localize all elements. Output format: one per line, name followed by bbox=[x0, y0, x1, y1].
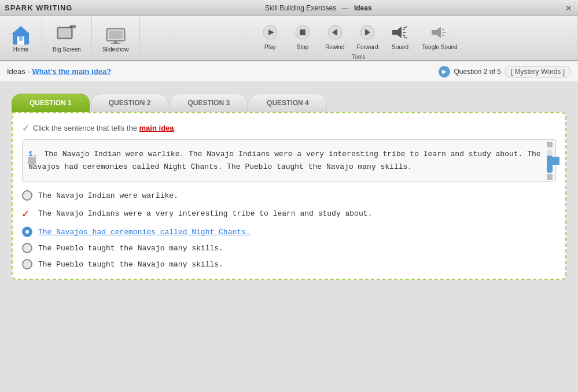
answer-check-2: ✓ bbox=[22, 206, 32, 221]
big-screen-button[interactable]: Big Screen bbox=[47, 22, 87, 55]
section-name: Ideas bbox=[354, 4, 372, 12]
svg-marker-1 bbox=[12, 26, 30, 34]
answer-text-2: The Navajo Indians were a very interesti… bbox=[38, 209, 372, 218]
left-resize-handle[interactable] bbox=[28, 157, 36, 165]
forward-icon bbox=[357, 22, 378, 43]
exercise-name: Skill Building Exercises bbox=[265, 4, 336, 12]
rewind-button[interactable]: Rewind bbox=[319, 20, 351, 53]
sound-button[interactable]: Sound bbox=[384, 20, 417, 53]
sound-icon bbox=[390, 22, 411, 43]
toolbar: Home Big Screen bbox=[0, 16, 578, 61]
svg-marker-31 bbox=[436, 27, 441, 38]
tools-label: Tools bbox=[352, 54, 365, 62]
scroll-up-arrow[interactable] bbox=[547, 142, 553, 147]
answer-option-3[interactable]: The Navajos had ceremonies called Night … bbox=[22, 227, 556, 237]
answer-radio-1[interactable] bbox=[22, 190, 32, 201]
tab-question-2[interactable]: QUESTION 2 bbox=[91, 94, 169, 112]
right-resize-handle[interactable] bbox=[551, 157, 559, 165]
passage-text: The Navajo Indian were warlike. The Nava… bbox=[28, 150, 541, 171]
tab-question-1[interactable]: QUESTION 1 bbox=[12, 94, 90, 112]
svg-rect-16 bbox=[300, 29, 305, 35]
breadcrumb-link[interactable]: What's the main idea? bbox=[32, 67, 111, 76]
instruction-text: Click the sentence that tells the bbox=[33, 124, 137, 132]
main-idea-link[interactable]: main idea bbox=[139, 124, 174, 132]
play-button[interactable]: Play bbox=[254, 20, 286, 53]
question-tabs: QUESTION 1 QUESTION 2 QUESTION 3 QUESTIO… bbox=[12, 94, 566, 112]
svg-rect-23 bbox=[392, 30, 397, 35]
tools-group: Play Stop bbox=[140, 16, 578, 60]
answer-radio-5[interactable] bbox=[22, 259, 32, 269]
answer-options: The Navajo Indian were warlike. ✓ The Na… bbox=[22, 190, 556, 269]
forward-button[interactable]: Forward bbox=[351, 20, 384, 53]
passage-scrollbar[interactable] bbox=[547, 139, 553, 182]
svg-line-27 bbox=[403, 35, 405, 36]
question-counter: Question 2 of 5 bbox=[454, 68, 500, 76]
big-screen-label: Big Screen bbox=[53, 46, 81, 53]
main-content: QUESTION 1 QUESTION 2 QUESTION 3 QUESTIO… bbox=[0, 82, 578, 392]
slideshow-label: Slideshow bbox=[102, 46, 129, 53]
slideshow-group: Slideshow bbox=[92, 16, 140, 60]
sound-label: Sound bbox=[392, 44, 408, 50]
svg-rect-12 bbox=[111, 43, 120, 44]
answer-radio-4[interactable] bbox=[22, 243, 32, 253]
title-center: Skill Building Exercises — Ideas bbox=[72, 4, 564, 12]
svg-rect-5 bbox=[58, 28, 71, 38]
slideshow-icon bbox=[105, 24, 126, 45]
svg-line-32 bbox=[442, 29, 444, 30]
breadcrumb-prefix: Ideas - bbox=[7, 67, 30, 76]
instruction-checkmark: ✓ bbox=[22, 123, 30, 134]
svg-rect-19 bbox=[336, 29, 337, 35]
tab-1-label: QUESTION 1 bbox=[30, 99, 72, 107]
tab-4-label: QUESTION 4 bbox=[267, 99, 309, 107]
title-bar: SPARK WRITING Skill Building Exercises —… bbox=[0, 0, 578, 16]
instruction-row: ✓ Click the sentence that tells the main… bbox=[22, 123, 556, 134]
rewind-icon bbox=[325, 22, 345, 43]
answer-text-1: The Navajo Indian were warlike. bbox=[38, 191, 178, 200]
answer-text-5: The Pueblo taught the Navajo many skills… bbox=[38, 260, 223, 269]
tools-buttons: Play Stop bbox=[254, 16, 463, 54]
svg-line-29 bbox=[404, 37, 407, 38]
answer-text-4: The Pueblo taught the Navajo many skills… bbox=[38, 244, 223, 253]
instruction-punctuation: . bbox=[174, 124, 176, 132]
answer-option-4[interactable]: The Pueblo taught the Navajo many skills… bbox=[22, 243, 556, 253]
svg-rect-10 bbox=[109, 31, 123, 39]
scroll-down-arrow[interactable] bbox=[547, 174, 553, 180]
stop-label: Stop bbox=[297, 44, 309, 50]
mystery-words-button[interactable]: [ Mystery Words ] bbox=[505, 66, 571, 77]
tab-3-label: QUESTION 3 bbox=[187, 99, 230, 107]
svg-line-28 bbox=[404, 27, 407, 28]
svg-line-25 bbox=[403, 29, 405, 30]
answer-radio-3[interactable] bbox=[22, 227, 32, 237]
svg-rect-7 bbox=[72, 25, 76, 28]
home-label: Home bbox=[13, 46, 29, 53]
slideshow-button[interactable]: Slideshow bbox=[97, 22, 135, 55]
svg-line-34 bbox=[442, 35, 444, 36]
passage-area: 1. The Navajo Indian were warlike. The N… bbox=[22, 139, 556, 182]
rewind-label: Rewind bbox=[325, 44, 344, 50]
prev-question-button[interactable]: ▶ bbox=[439, 66, 450, 77]
answer-option-2[interactable]: ✓ The Navajo Indians were a very interes… bbox=[22, 206, 556, 221]
scroll-thumb[interactable] bbox=[547, 156, 553, 173]
stop-button[interactable]: Stop bbox=[286, 20, 319, 53]
home-button[interactable]: Home bbox=[5, 22, 37, 55]
breadcrumb-bar: Ideas - What's the main idea? ▶ Question… bbox=[0, 61, 578, 82]
answer-option-1[interactable]: The Navajo Indian were warlike. bbox=[22, 190, 556, 201]
bigscreen-group: Big Screen bbox=[42, 16, 92, 60]
toggle-sound-button[interactable]: Toogle Sound bbox=[417, 20, 463, 53]
tab-question-3[interactable]: QUESTION 3 bbox=[170, 94, 248, 112]
answer-text-3: The Navajos had ceremonies called Night … bbox=[38, 228, 251, 236]
question-navigation: ▶ Question 2 of 5 [ Mystery Words ] bbox=[439, 66, 571, 77]
toggle-sound-label: Toogle Sound bbox=[422, 44, 458, 50]
play-icon bbox=[260, 22, 281, 43]
answer-option-5[interactable]: The Pueblo taught the Navajo many skills… bbox=[22, 259, 556, 269]
app-name: SPARK WRITING bbox=[5, 3, 72, 12]
tab-question-4[interactable]: QUESTION 4 bbox=[249, 94, 327, 112]
home-icon bbox=[10, 24, 31, 45]
passage-container: 1. The Navajo Indian were warlike. The N… bbox=[22, 139, 556, 182]
toggle-sound-icon bbox=[429, 22, 450, 43]
tab-2-label: QUESTION 2 bbox=[109, 99, 151, 107]
breadcrumb: Ideas - What's the main idea? bbox=[7, 67, 111, 76]
close-button[interactable]: ✕ bbox=[564, 3, 573, 13]
svg-rect-30 bbox=[432, 30, 436, 35]
scroll-track bbox=[547, 150, 553, 172]
